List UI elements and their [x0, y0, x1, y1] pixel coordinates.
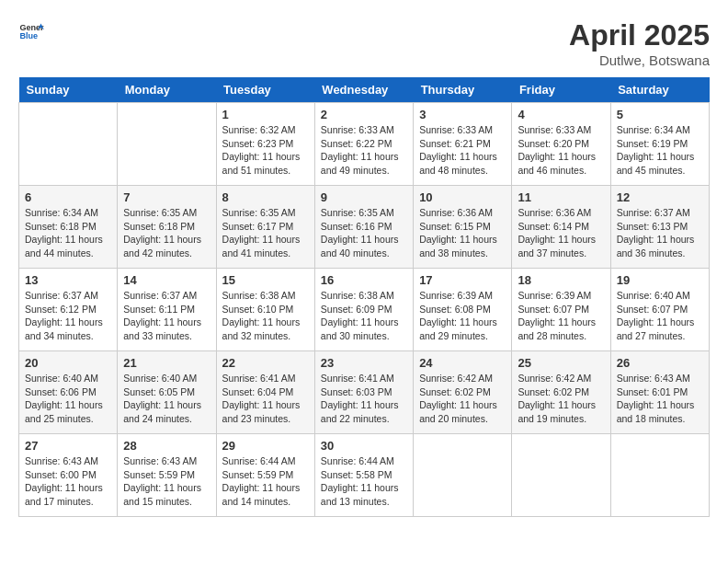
table-row: [118, 103, 216, 186]
day-info: Sunrise: 6:42 AMSunset: 6:02 PMDaylight:…: [518, 372, 604, 426]
day-number: 15: [222, 273, 309, 287]
day-info: Sunrise: 6:34 AMSunset: 6:18 PMDaylight:…: [25, 206, 111, 260]
day-info: Sunrise: 6:42 AMSunset: 6:02 PMDaylight:…: [419, 372, 506, 426]
table-row: [610, 434, 709, 517]
table-row: [19, 103, 118, 186]
table-row: 1Sunrise: 6:32 AMSunset: 6:23 PMDaylight…: [216, 103, 314, 186]
calendar-week-row: 13Sunrise: 6:37 AMSunset: 6:12 PMDayligh…: [19, 269, 710, 351]
day-info: Sunrise: 6:41 AMSunset: 6:04 PMDaylight:…: [222, 372, 309, 426]
calendar-week-row: 27Sunrise: 6:43 AMSunset: 6:00 PMDayligh…: [19, 434, 710, 517]
day-info: Sunrise: 6:43 AMSunset: 6:00 PMDaylight:…: [25, 454, 111, 509]
table-row: 5Sunrise: 6:34 AMSunset: 6:19 PMDaylight…: [610, 103, 709, 186]
table-row: 14Sunrise: 6:37 AMSunset: 6:11 PMDayligh…: [118, 269, 216, 351]
day-number: 14: [123, 273, 210, 287]
day-number: 10: [419, 190, 506, 204]
day-number: 23: [321, 356, 407, 370]
day-number: 1: [222, 108, 309, 121]
day-info: Sunrise: 6:40 AMSunset: 6:05 PMDaylight:…: [123, 372, 210, 426]
day-info: Sunrise: 6:36 AMSunset: 6:15 PMDaylight:…: [419, 206, 506, 260]
header-tuesday: Tuesday: [216, 77, 314, 103]
day-number: 20: [25, 356, 111, 370]
table-row: 12Sunrise: 6:37 AMSunset: 6:13 PMDayligh…: [610, 186, 709, 269]
day-info: Sunrise: 6:33 AMSunset: 6:20 PMDaylight:…: [518, 123, 604, 178]
day-info: Sunrise: 6:37 AMSunset: 6:13 PMDaylight:…: [617, 206, 703, 260]
day-number: 22: [222, 356, 309, 370]
day-number: 12: [617, 190, 703, 204]
day-info: Sunrise: 6:40 AMSunset: 6:07 PMDaylight:…: [617, 289, 703, 343]
day-info: Sunrise: 6:37 AMSunset: 6:12 PMDaylight:…: [25, 289, 111, 343]
day-info: Sunrise: 6:38 AMSunset: 6:10 PMDaylight:…: [222, 289, 309, 343]
day-number: 3: [419, 108, 506, 121]
table-row: 6Sunrise: 6:34 AMSunset: 6:18 PMDaylight…: [19, 186, 118, 269]
day-info: Sunrise: 6:37 AMSunset: 6:11 PMDaylight:…: [123, 289, 210, 343]
table-row: 13Sunrise: 6:37 AMSunset: 6:12 PMDayligh…: [19, 269, 118, 351]
day-number: 4: [518, 108, 604, 121]
table-row: 9Sunrise: 6:35 AMSunset: 6:16 PMDaylight…: [314, 186, 413, 269]
day-number: 29: [222, 439, 309, 453]
table-row: 21Sunrise: 6:40 AMSunset: 6:05 PMDayligh…: [118, 351, 216, 434]
calendar-table: Sunday Monday Tuesday Wednesday Thursday…: [18, 77, 710, 517]
day-number: 25: [518, 356, 604, 370]
table-row: 28Sunrise: 6:43 AMSunset: 5:59 PMDayligh…: [118, 434, 216, 517]
day-info: Sunrise: 6:35 AMSunset: 6:17 PMDaylight:…: [222, 206, 309, 260]
day-info: Sunrise: 6:41 AMSunset: 6:03 PMDaylight:…: [321, 372, 407, 426]
table-row: 4Sunrise: 6:33 AMSunset: 6:20 PMDaylight…: [512, 103, 610, 186]
day-info: Sunrise: 6:33 AMSunset: 6:22 PMDaylight:…: [321, 123, 407, 178]
table-row: 22Sunrise: 6:41 AMSunset: 6:04 PMDayligh…: [216, 351, 314, 434]
day-number: 6: [25, 190, 111, 204]
day-info: Sunrise: 6:44 AMSunset: 5:58 PMDaylight:…: [321, 454, 407, 509]
table-row: 15Sunrise: 6:38 AMSunset: 6:10 PMDayligh…: [216, 269, 314, 351]
day-info: Sunrise: 6:33 AMSunset: 6:21 PMDaylight:…: [419, 123, 506, 178]
table-row: 7Sunrise: 6:35 AMSunset: 6:18 PMDaylight…: [118, 186, 216, 269]
day-number: 28: [123, 439, 210, 453]
day-info: Sunrise: 6:43 AMSunset: 5:59 PMDaylight:…: [123, 454, 210, 509]
calendar-week-row: 6Sunrise: 6:34 AMSunset: 6:18 PMDaylight…: [19, 186, 710, 269]
table-row: 3Sunrise: 6:33 AMSunset: 6:21 PMDaylight…: [414, 103, 512, 186]
table-row: 8Sunrise: 6:35 AMSunset: 6:17 PMDaylight…: [216, 186, 314, 269]
day-number: 7: [123, 190, 210, 204]
generalblue-logo-icon: General Blue: [18, 18, 44, 44]
day-number: 21: [123, 356, 210, 370]
day-number: 13: [25, 273, 111, 287]
header-saturday: Saturday: [610, 77, 709, 103]
table-row: [414, 434, 512, 517]
day-info: Sunrise: 6:32 AMSunset: 6:23 PMDaylight:…: [222, 123, 309, 178]
header-wednesday: Wednesday: [314, 77, 413, 103]
day-info: Sunrise: 6:43 AMSunset: 6:01 PMDaylight:…: [617, 372, 703, 426]
header-thursday: Thursday: [414, 77, 512, 103]
table-row: 17Sunrise: 6:39 AMSunset: 6:08 PMDayligh…: [414, 269, 512, 351]
table-row: 11Sunrise: 6:36 AMSunset: 6:14 PMDayligh…: [512, 186, 610, 269]
table-row: 27Sunrise: 6:43 AMSunset: 6:00 PMDayligh…: [19, 434, 118, 517]
title-area: April 2025 Dutlwe, Botswana: [569, 18, 710, 68]
table-row: 10Sunrise: 6:36 AMSunset: 6:15 PMDayligh…: [414, 186, 512, 269]
header: General Blue April 2025 Dutlwe, Botswana: [18, 18, 710, 68]
table-row: [512, 434, 610, 517]
month-title: April 2025: [569, 18, 710, 52]
table-row: 29Sunrise: 6:44 AMSunset: 5:59 PMDayligh…: [216, 434, 314, 517]
day-info: Sunrise: 6:36 AMSunset: 6:14 PMDaylight:…: [518, 206, 604, 260]
calendar-week-row: 1Sunrise: 6:32 AMSunset: 6:23 PMDaylight…: [19, 103, 710, 186]
day-number: 18: [518, 273, 604, 287]
day-number: 9: [321, 190, 407, 204]
day-info: Sunrise: 6:38 AMSunset: 6:09 PMDaylight:…: [321, 289, 407, 343]
day-info: Sunrise: 6:35 AMSunset: 6:16 PMDaylight:…: [321, 206, 407, 260]
table-row: 18Sunrise: 6:39 AMSunset: 6:07 PMDayligh…: [512, 269, 610, 351]
day-number: 19: [617, 273, 703, 287]
table-row: 26Sunrise: 6:43 AMSunset: 6:01 PMDayligh…: [610, 351, 709, 434]
day-number: 30: [321, 439, 407, 453]
table-row: 16Sunrise: 6:38 AMSunset: 6:09 PMDayligh…: [314, 269, 413, 351]
svg-text:Blue: Blue: [19, 31, 38, 40]
day-info: Sunrise: 6:39 AMSunset: 6:08 PMDaylight:…: [419, 289, 506, 343]
table-row: 23Sunrise: 6:41 AMSunset: 6:03 PMDayligh…: [314, 351, 413, 434]
day-number: 5: [617, 108, 703, 121]
day-info: Sunrise: 6:34 AMSunset: 6:19 PMDaylight:…: [617, 123, 703, 178]
day-number: 16: [321, 273, 407, 287]
table-row: 2Sunrise: 6:33 AMSunset: 6:22 PMDaylight…: [314, 103, 413, 186]
header-sunday: Sunday: [19, 77, 118, 103]
logo: General Blue: [18, 18, 44, 44]
day-number: 26: [617, 356, 703, 370]
day-number: 17: [419, 273, 506, 287]
calendar-week-row: 20Sunrise: 6:40 AMSunset: 6:06 PMDayligh…: [19, 351, 710, 434]
day-number: 24: [419, 356, 506, 370]
table-row: 24Sunrise: 6:42 AMSunset: 6:02 PMDayligh…: [414, 351, 512, 434]
